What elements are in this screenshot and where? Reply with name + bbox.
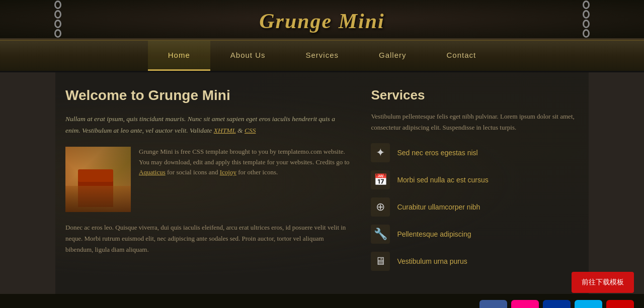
chain-left bbox=[50, 0, 65, 38]
nav-link-about[interactable]: About Us bbox=[210, 41, 286, 69]
site-title: Grunge Mini bbox=[0, 9, 644, 33]
nav-link-home[interactable]: Home bbox=[148, 41, 210, 71]
room-image bbox=[65, 147, 131, 212]
service-label-3: Pellentesque adipiscing bbox=[397, 230, 471, 238]
social-icons: f ✿ M t ▶ bbox=[479, 300, 634, 308]
intro-paragraph: Nullam at erat ipsum, quis tincidunt mau… bbox=[65, 114, 351, 137]
content-block: Grunge Mini is free CSS template brought… bbox=[65, 147, 351, 212]
nav-item-about[interactable]: About Us bbox=[210, 41, 286, 71]
bottom-bar: 访问血鸟社区bbs.xieniao.com免费下载更多内容 Follow Us … bbox=[0, 294, 644, 308]
service-label-2: Curabitur ullamcorper nibh bbox=[397, 203, 480, 211]
main-heading: Welcome to Grunge Mini bbox=[65, 87, 351, 104]
service-item-3: 🔧 Pellentesque adipiscing bbox=[371, 225, 579, 244]
main-wrapper: Welcome to Grunge Mini Nullam at erat ip… bbox=[55, 72, 589, 294]
right-column: Services Vestibulum pellentesque felis e… bbox=[371, 87, 579, 279]
template-paragraph: Grunge Mini is free CSS template brought… bbox=[139, 147, 351, 212]
nav-link-gallery[interactable]: Gallery bbox=[359, 41, 427, 69]
service-item-2: ⊕ Curabitur ullamcorper nibh bbox=[371, 197, 579, 217]
navbar: Home About Us Services Gallery Contact bbox=[0, 40, 644, 72]
left-column: Welcome to Grunge Mini Nullam at erat ip… bbox=[65, 87, 351, 279]
chair-shape bbox=[78, 179, 113, 207]
css-link[interactable]: CSS bbox=[245, 127, 256, 134]
chain-right bbox=[579, 0, 594, 38]
service-icon-1: 📅 bbox=[371, 170, 390, 189]
service-icon-3: 🔧 bbox=[371, 225, 390, 244]
body-paragraph: Donec ac eros leo. Quisque viverra, dui … bbox=[65, 222, 351, 255]
aquaticus-link[interactable]: Aquaticus bbox=[139, 168, 166, 176]
twitter-icon[interactable]: t bbox=[575, 300, 602, 308]
intro-text: Nullam at erat ipsum, quis tincidunt mau… bbox=[65, 115, 335, 134]
xhtml-link[interactable]: XHTML bbox=[214, 127, 236, 134]
service-label-0: Sed nec eros egestas nisl bbox=[397, 149, 477, 157]
nav-link-services[interactable]: Services bbox=[285, 41, 359, 69]
service-icon-0: ✦ bbox=[371, 143, 390, 162]
service-icon-4: 🖥 bbox=[371, 252, 390, 271]
ampersand: & bbox=[237, 127, 243, 134]
myspace-icon[interactable]: M bbox=[543, 300, 571, 308]
service-item-4: 🖥 Vestibulum urna purus bbox=[371, 252, 579, 271]
download-button[interactable]: 前往下载模板 bbox=[572, 272, 634, 293]
service-icon-2: ⊕ bbox=[371, 197, 390, 217]
service-item-1: 📅 Morbi sed nulla ac est cursus bbox=[371, 170, 579, 189]
nav-link-contact[interactable]: Contact bbox=[427, 41, 497, 69]
services-heading: Services bbox=[371, 87, 579, 103]
nav-item-home[interactable]: Home bbox=[148, 41, 210, 71]
facebook-icon[interactable]: f bbox=[479, 300, 507, 308]
service-label-4: Vestibulum urna purus bbox=[397, 257, 467, 265]
services-intro: Vestibulum pellentesque felis eget nibh … bbox=[371, 111, 579, 133]
flickr-icon[interactable]: ✿ bbox=[511, 300, 539, 308]
service-item-0: ✦ Sed nec eros egestas nisl bbox=[371, 143, 579, 162]
nav-item-gallery[interactable]: Gallery bbox=[359, 41, 427, 71]
service-label-1: Morbi sed nulla ac est cursus bbox=[397, 176, 488, 184]
nav-item-services[interactable]: Services bbox=[285, 41, 359, 71]
header: Grunge Mini bbox=[0, 0, 644, 40]
nav-item-contact[interactable]: Contact bbox=[427, 41, 497, 71]
youtube-icon[interactable]: ▶ bbox=[606, 300, 634, 308]
icojoy-link[interactable]: Icojoy bbox=[220, 168, 236, 176]
